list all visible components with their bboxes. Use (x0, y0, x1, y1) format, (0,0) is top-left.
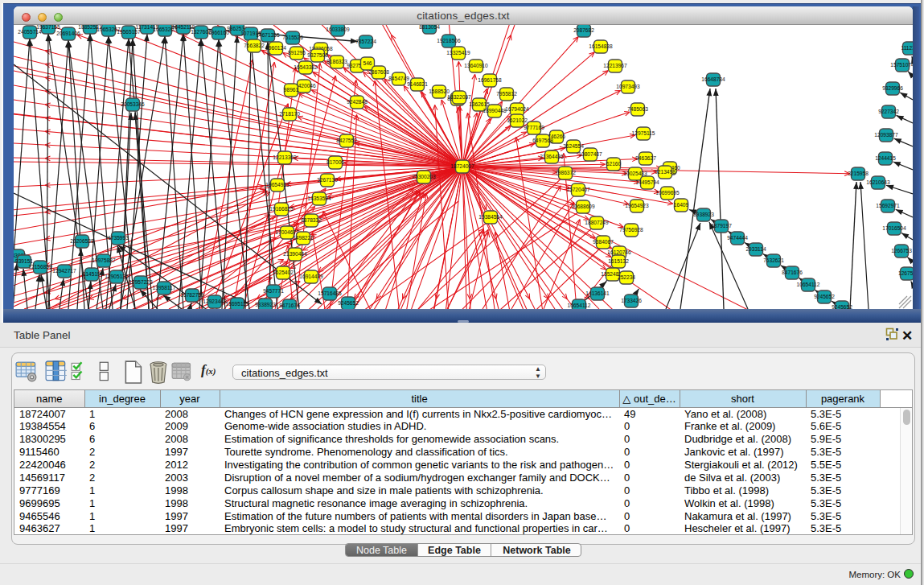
svg-text:24055714: 24055714 (18, 29, 42, 35)
svg-text:8878332: 8878332 (301, 217, 322, 223)
svg-text:16409: 16409 (674, 202, 689, 208)
svg-text:1362615: 1362615 (469, 101, 490, 107)
svg-text:252234: 252234 (618, 274, 635, 280)
svg-text:18990448: 18990448 (483, 108, 507, 113)
svg-text:1588520: 1588520 (429, 89, 450, 94)
svg-text:12923448: 12923448 (203, 299, 227, 304)
svg-text:546: 546 (363, 60, 372, 66)
svg-text:114519: 114519 (83, 271, 101, 277)
svg-text:14136141: 14136141 (585, 290, 610, 296)
svg-text:9457771: 9457771 (263, 288, 284, 294)
svg-text:17004673: 17004673 (275, 229, 299, 235)
svg-text:12905135: 12905135 (105, 274, 129, 279)
svg-text:10973493: 10973493 (616, 84, 640, 89)
svg-text:18322037: 18322037 (447, 94, 471, 100)
svg-text:20691406: 20691406 (56, 31, 80, 36)
svg-text:16794024: 16794024 (505, 106, 529, 112)
svg-text:9245652: 9245652 (814, 294, 835, 299)
svg-text:1621022: 1621022 (507, 117, 528, 123)
svg-text:1615132: 1615132 (608, 258, 629, 264)
svg-text:10025433: 10025433 (623, 171, 647, 176)
svg-text:9227342: 9227342 (878, 109, 899, 114)
svg-text:1498222: 1498222 (293, 235, 314, 241)
svg-text:6497568: 6497568 (532, 138, 553, 143)
svg-text:16120746: 16120746 (607, 249, 631, 255)
svg-text:8186323: 8186323 (326, 59, 347, 64)
svg-text:19166825: 19166825 (269, 206, 294, 212)
svg-text:19384554: 19384554 (478, 214, 503, 220)
svg-text:98961: 98961 (284, 87, 299, 93)
svg-text:10807487: 10807487 (578, 151, 602, 157)
svg-text:9242848: 9242848 (347, 99, 368, 105)
svg-text:15751074: 15751074 (890, 62, 913, 68)
svg-text:7857224: 7857224 (355, 39, 376, 44)
svg-text:10699695: 10699695 (655, 190, 680, 196)
svg-text:12213369: 12213369 (273, 154, 297, 160)
svg-text:2933114: 2933114 (745, 246, 766, 252)
svg-text:16543382: 16543382 (294, 64, 318, 70)
svg-text:12213967: 12213967 (603, 63, 627, 68)
svg-text:25300203: 25300203 (412, 174, 436, 179)
svg-text:19975887: 19975887 (92, 257, 116, 263)
svg-text:3267130: 3267130 (317, 177, 338, 183)
svg-text:8471676: 8471676 (279, 303, 300, 308)
svg-text:21364436: 21364436 (540, 154, 564, 159)
svg-text:62160: 62160 (606, 161, 622, 167)
svg-text:8427552: 8427552 (336, 138, 357, 143)
svg-text:1244415: 1244415 (875, 155, 896, 161)
svg-text:10654112: 10654112 (797, 282, 820, 287)
svg-text:8471676: 8471676 (782, 270, 803, 275)
svg-text:13958117: 13958117 (153, 285, 176, 290)
svg-text:2718170: 2718170 (279, 111, 300, 117)
svg-text:9338923: 9338923 (255, 302, 276, 307)
svg-text:7625402: 7625402 (273, 270, 294, 275)
svg-text:2087682: 2087682 (573, 27, 594, 33)
svg-text:16210643: 16210643 (866, 179, 890, 185)
svg-text:8938923: 8938923 (693, 212, 714, 217)
svg-text:13640910: 13640910 (464, 63, 488, 68)
svg-text:15716485: 15716485 (318, 290, 342, 296)
svg-text:10654112: 10654112 (568, 303, 591, 308)
svg-text:16961758: 16961758 (478, 77, 502, 83)
svg-text:17016504: 17016504 (882, 225, 906, 231)
svg-text:9245652: 9245652 (338, 300, 359, 306)
svg-text:7515526: 7515526 (282, 35, 303, 40)
svg-text:18724007: 18724007 (450, 163, 474, 169)
svg-text:18695119: 18695119 (226, 301, 249, 307)
svg-text:16154838: 16154838 (589, 43, 613, 49)
svg-text:14495794: 14495794 (635, 179, 659, 185)
svg-text:16033809: 16033809 (326, 27, 350, 32)
svg-text:9146821: 9146821 (407, 81, 428, 87)
svg-text:12942717: 12942717 (52, 268, 76, 274)
svg-text:1735993: 1735993 (108, 235, 129, 241)
svg-text:1733426: 1733426 (621, 298, 642, 303)
svg-text:111235: 111235 (901, 45, 913, 51)
svg-text:2867608: 2867608 (368, 69, 389, 75)
svg-text:891295: 891295 (288, 50, 306, 56)
svg-text:10688609: 10688609 (571, 204, 595, 209)
svg-text:7986372: 7986372 (555, 170, 576, 175)
svg-text:9463627: 9463627 (635, 155, 656, 161)
svg-text:15692971: 15692971 (876, 203, 900, 208)
svg-text:7955812: 7955812 (496, 91, 517, 97)
svg-text:817006: 817006 (326, 159, 344, 165)
svg-text:9777169: 9777169 (524, 125, 544, 130)
svg-text:1266753: 1266753 (891, 248, 912, 253)
svg-text:21390484: 21390484 (283, 251, 307, 257)
svg-text:12156859: 12156859 (28, 264, 52, 270)
svg-text:12975115: 12975115 (632, 130, 655, 136)
svg-text:7632621: 7632621 (763, 257, 784, 263)
svg-text:20053346: 20053346 (121, 101, 145, 107)
svg-text:15720407: 15720407 (566, 187, 590, 192)
svg-text:19218506: 19218506 (437, 38, 461, 43)
svg-text:9384067: 9384067 (593, 239, 614, 245)
svg-text:9329966: 9329966 (882, 85, 903, 91)
svg-text:17957223: 17957223 (129, 279, 153, 285)
svg-text:7485063: 7485063 (627, 106, 648, 112)
svg-text:16648784: 16648784 (701, 76, 725, 82)
svg-text:18807249: 18807249 (585, 220, 609, 225)
svg-text:8960124: 8960124 (265, 45, 286, 51)
svg-text:9327503: 9327503 (307, 52, 328, 58)
svg-text:7663822: 7663822 (244, 43, 265, 48)
svg-text:9474444: 9474444 (727, 235, 748, 241)
